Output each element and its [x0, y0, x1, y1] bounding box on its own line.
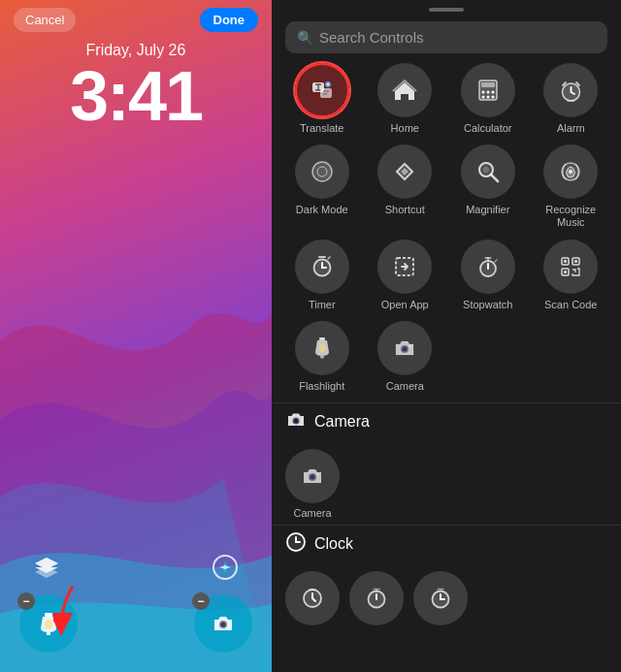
- svg-point-41: [409, 345, 411, 347]
- svg-point-45: [310, 474, 315, 479]
- camera-sub-grid: Camera: [272, 441, 621, 525]
- svg-point-2: [45, 620, 52, 629]
- open-app-icon: [377, 240, 432, 294]
- clock-section-icon: [285, 531, 307, 558]
- svg-point-23: [483, 167, 489, 173]
- camera-sub-label: Camera: [293, 507, 331, 519]
- dark-mode-icon: [295, 144, 349, 199]
- shortcut-control[interactable]: Shortcut: [369, 144, 442, 229]
- camera-circle-icon: [377, 321, 432, 375]
- home-icon: [377, 63, 432, 117]
- stopwatch-label: Stopwatch: [463, 299, 512, 311]
- camera-section-label: Camera: [314, 413, 370, 431]
- svg-rect-3: [47, 632, 50, 635]
- lock-screen-panel: Cancel Done Friday, July 26 3:41: [0, 0, 272, 672]
- camera-control[interactable]: Camera: [369, 321, 442, 393]
- camera-sub-item[interactable]: Camera: [285, 449, 340, 519]
- flashlight-control[interactable]: Flashlight: [285, 321, 359, 393]
- controls-grid: Translate Home Calculator: [272, 63, 621, 393]
- lock-screen-time: 3:41: [0, 61, 272, 131]
- clock-icon-2: [349, 571, 404, 625]
- done-button[interactable]: Done: [200, 8, 259, 32]
- cancel-button[interactable]: Cancel: [14, 8, 76, 32]
- svg-point-14: [491, 91, 494, 94]
- scan-code-label: Scan Code: [544, 299, 597, 311]
- clock-icon-3: [413, 571, 468, 625]
- clock-icon-1: [285, 571, 340, 625]
- magnifier-control[interactable]: Magnifier: [451, 144, 525, 229]
- timer-label: Timer: [309, 299, 336, 311]
- search-icon: 🔍: [297, 30, 313, 46]
- svg-point-25: [569, 170, 572, 174]
- scan-code-control[interactable]: Scan Code: [535, 240, 608, 311]
- svg-point-19: [312, 162, 332, 181]
- search-bar[interactable]: 🔍 Search Controls: [285, 21, 607, 53]
- camera-section-icon: [285, 409, 307, 435]
- flashlight-icon: [295, 321, 349, 375]
- svg-rect-8: [320, 88, 332, 98]
- translate-label: Translate: [300, 122, 343, 135]
- camera-label: Camera: [386, 380, 424, 393]
- timer-icon: [295, 240, 349, 294]
- clock-sub-item-2[interactable]: [349, 571, 404, 625]
- svg-rect-34: [574, 260, 577, 263]
- shortcut-label: Shortcut: [385, 204, 425, 216]
- svg-point-12: [481, 91, 484, 94]
- camera-minus[interactable]: −: [192, 592, 210, 610]
- svg-point-13: [486, 91, 489, 94]
- svg-rect-1: [45, 613, 52, 617]
- svg-point-15: [481, 96, 484, 99]
- open-app-label: Open App: [381, 299, 429, 311]
- clock-sub-item-3[interactable]: [413, 571, 468, 625]
- home-control[interactable]: Home: [369, 63, 442, 135]
- clock-sub-item-1[interactable]: [285, 571, 340, 625]
- home-label: Home: [391, 122, 419, 135]
- clock-section-header: Clock: [272, 525, 621, 563]
- recognize-music-control[interactable]: Recognize Music: [535, 144, 608, 229]
- search-placeholder: Search Controls: [319, 29, 424, 46]
- camera-widget[interactable]: −: [194, 594, 252, 653]
- recognize-music-label: Recognize Music: [535, 204, 608, 229]
- calculator-icon: [461, 63, 515, 117]
- scan-code-icon: [543, 240, 598, 294]
- dark-mode-control[interactable]: Dark Mode: [285, 144, 359, 229]
- svg-point-40: [403, 346, 408, 351]
- calculator-control[interactable]: Calculator: [451, 63, 525, 135]
- calculator-label: Calculator: [464, 122, 512, 135]
- top-bar: Cancel Done: [0, 0, 272, 40]
- bottom-icons-row: [0, 550, 272, 585]
- layers-icon-btn[interactable]: [29, 550, 64, 585]
- timer-control[interactable]: Timer: [285, 240, 359, 311]
- bottom-widget-row: − −: [0, 594, 272, 653]
- alarm-label: Alarm: [557, 122, 585, 135]
- shortcut-icon: [377, 144, 432, 199]
- stopwatch-control[interactable]: Stopwatch: [451, 240, 525, 311]
- svg-rect-11: [481, 82, 495, 87]
- open-app-control[interactable]: Open App: [369, 240, 442, 311]
- drag-handle: [429, 8, 464, 12]
- svg-point-5: [221, 623, 226, 627]
- svg-point-37: [318, 344, 325, 352]
- red-arrow: [53, 586, 92, 643]
- translate-icon: [295, 63, 349, 117]
- bottom-controls: − −: [0, 550, 272, 672]
- dark-mode-label: Dark Mode: [296, 204, 348, 216]
- svg-point-46: [317, 473, 319, 475]
- svg-rect-38: [320, 356, 324, 359]
- flashlight-label: Flashlight: [299, 380, 344, 393]
- compass-icon-btn[interactable]: [208, 550, 243, 585]
- svg-rect-35: [564, 271, 567, 273]
- clock-section-label: Clock: [314, 535, 353, 553]
- camera-sub-icon: [285, 449, 340, 503]
- clock-sub-grid: [272, 563, 621, 631]
- flashlight-minus[interactable]: −: [17, 592, 35, 610]
- svg-rect-36: [319, 337, 325, 340]
- magnifier-icon: [461, 144, 515, 199]
- alarm-control[interactable]: Alarm: [535, 63, 608, 135]
- svg-rect-33: [564, 260, 567, 263]
- translate-control[interactable]: Translate: [285, 63, 359, 135]
- stopwatch-icon: [461, 240, 515, 294]
- svg-point-43: [294, 419, 298, 423]
- recognize-music-icon: [543, 144, 598, 199]
- controls-panel: 🔍 Search Controls Translate: [272, 0, 621, 672]
